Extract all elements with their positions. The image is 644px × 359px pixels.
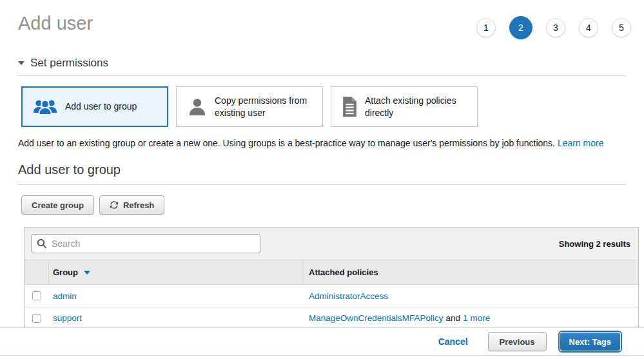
permission-option-cards: Add user to group Copy permissions from … [21, 86, 626, 127]
step-1: 1 [476, 18, 496, 37]
groups-table: Showing 2 results Group Attached policie… [24, 227, 639, 329]
create-group-button[interactable]: Create group [21, 195, 94, 215]
header: Add user 1 2 3 4 5 [18, 0, 626, 39]
table-row: admin AdministratorAccess [24, 285, 638, 307]
card-attach-policies[interactable]: Attach existing policies directly [331, 86, 478, 127]
next-tags-button[interactable]: Next: Tags [560, 332, 621, 351]
results-count: Showing 2 results [559, 239, 632, 249]
refresh-button[interactable]: Refresh [99, 195, 164, 215]
card-label: Add user to group [65, 101, 137, 112]
step-2-active: 2 [509, 16, 532, 39]
wizard-steps: 1 2 3 4 5 [476, 16, 631, 39]
collapse-caret-icon [18, 61, 24, 65]
policy-document-icon [342, 97, 358, 117]
table-row: support ManageOwnCredentialsMFAPolicy an… [24, 307, 638, 329]
set-permissions-header[interactable]: Set permissions [18, 57, 626, 76]
column-header-policies[interactable]: Attached policies [303, 260, 638, 284]
section-description: Add user to an existing group or create … [18, 138, 626, 148]
refresh-icon [110, 200, 119, 209]
learn-more-link[interactable]: Learn more [558, 138, 604, 148]
wizard-footer: Cancel Previous Next: Tags [0, 327, 644, 356]
column-header-group[interactable]: Group [49, 260, 303, 284]
section-title: Set permissions [30, 57, 108, 70]
group-section-title: Add user to group [18, 162, 626, 185]
and-text: and [446, 313, 461, 323]
policy-link[interactable]: ManageOwnCredentialsMFAPolicy [309, 313, 444, 323]
search-input[interactable] [31, 234, 260, 253]
card-add-user-to-group[interactable]: Add user to group [21, 86, 168, 127]
step-4: 4 [579, 18, 598, 37]
page-content: Add user 1 2 3 4 5 Set permissions [0, 0, 644, 329]
previous-button[interactable]: Previous [488, 332, 547, 351]
group-link-admin[interactable]: admin [53, 291, 77, 301]
header-checkbox-cell [24, 260, 49, 284]
search-box [31, 234, 260, 253]
step-5: 5 [612, 18, 631, 37]
single-user-icon [187, 97, 208, 117]
group-actions: Create group Refresh [21, 195, 626, 215]
more-policies-link[interactable]: 1 more [463, 313, 490, 323]
policy-link[interactable]: AdministratorAccess [309, 291, 388, 301]
row-checkbox-admin[interactable] [32, 291, 41, 300]
cancel-button[interactable]: Cancel [438, 336, 468, 347]
card-label: Copy permissions from existing user [215, 95, 316, 118]
table-header: Group Attached policies [24, 260, 638, 285]
page-title: Add user [18, 13, 93, 34]
card-copy-permissions[interactable]: Copy permissions from existing user [176, 86, 323, 127]
user-group-icon [32, 98, 58, 116]
table-toolbar: Showing 2 results [24, 228, 638, 260]
sort-desc-icon [84, 271, 90, 275]
row-checkbox-support[interactable] [32, 314, 41, 323]
step-3: 3 [546, 18, 565, 37]
group-link-support[interactable]: support [53, 313, 82, 323]
search-icon [37, 238, 47, 251]
card-label: Attach existing policies directly [365, 95, 471, 118]
